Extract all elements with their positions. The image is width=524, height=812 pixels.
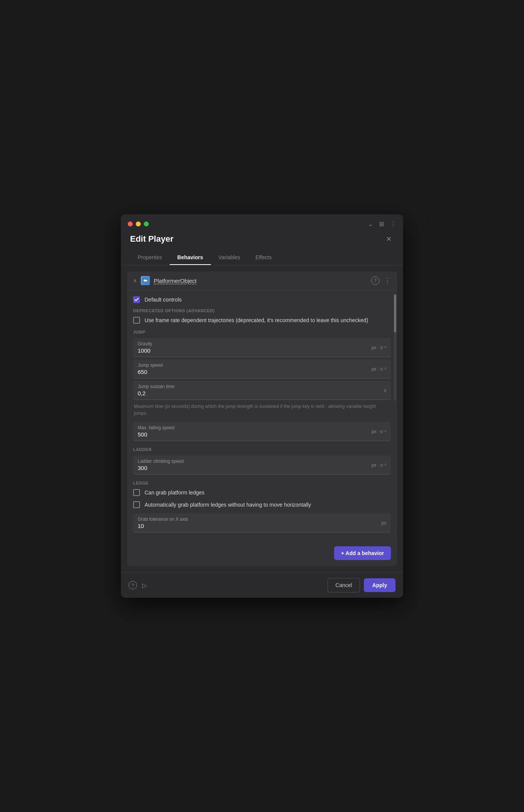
add-behavior-button[interactable]: + Add a behavior — [334, 546, 391, 560]
grab-tolerance-unit: px — [381, 520, 386, 526]
auto-grab-ledges-checkbox[interactable] — [133, 501, 140, 508]
deprecated-checkbox[interactable] — [133, 317, 140, 324]
jump-sustain-label: Jump sustain time — [138, 384, 386, 389]
behavior-header-right: ? ⋮ — [371, 276, 391, 285]
behavior-name[interactable]: PlatformerObject — [154, 278, 197, 284]
ladder-climbing-speed-field[interactable]: Ladder climbing speed 300 px · s⁻¹ — [133, 456, 391, 475]
can-grab-ledges-checkbox[interactable] — [133, 489, 140, 496]
jump-sustain-unit: s — [384, 388, 386, 393]
max-falling-speed-field[interactable]: Max. falling speed 500 px · s⁻¹ — [133, 422, 391, 441]
gravity-value: 1000 — [138, 347, 386, 354]
jump-speed-unit: px · s⁻¹ — [371, 366, 386, 372]
ledge-section-label: LEDGE — [133, 481, 391, 485]
deprecated-section-label: DEPRECATED OPTIONS (ADVANCED) — [133, 308, 391, 313]
titlebar-icons: ⌄ ⊞ ⋮ — [368, 220, 396, 228]
grab-tolerance-label: Grab tolerance on X axis — [138, 517, 386, 522]
behavior-body: Default controls DEPRECATED OPTIONS (ADV… — [127, 290, 397, 541]
behavior-more-icon[interactable]: ⋮ — [384, 276, 391, 285]
max-falling-speed-value: 500 — [138, 431, 386, 438]
jump-section-label: JUMP — [133, 330, 391, 334]
dropdown-icon[interactable]: ⌄ — [368, 220, 373, 228]
titlebar: ⌄ ⊞ ⋮ — [121, 214, 403, 232]
content-area: ∧ PlatformerObject ? ⋮ — [121, 265, 403, 572]
apply-button[interactable]: Apply — [364, 578, 395, 592]
footer-right: Cancel Apply — [328, 578, 395, 592]
grab-tolerance-field[interactable]: Grab tolerance on X axis 10 px — [133, 514, 391, 533]
behavior-card-wrapper: ∧ PlatformerObject ? ⋮ — [127, 271, 397, 566]
deprecated-checkbox-label: Use frame rate dependent trajectories (d… — [145, 317, 368, 323]
behavior-card: ∧ PlatformerObject ? ⋮ — [127, 271, 397, 566]
jump-speed-label: Jump speed — [138, 363, 386, 368]
ladder-climbing-speed-label: Ladder climbing speed — [138, 459, 386, 464]
window-title: Edit Player — [130, 234, 174, 244]
max-falling-speed-label: Max. falling speed — [138, 425, 386, 430]
ladder-climbing-speed-unit: px · s⁻¹ — [371, 462, 386, 468]
can-grab-ledges-label: Can grab platform ledges — [145, 489, 204, 496]
gravity-unit: px · s⁻² — [371, 345, 386, 350]
deprecated-section: DEPRECATED OPTIONS (ADVANCED) Use frame … — [133, 308, 391, 324]
grab-tolerance-value: 10 — [138, 523, 386, 529]
jump-speed-field[interactable]: Jump speed 650 px · s⁻¹ — [133, 359, 391, 379]
auto-grab-ledges-row: Automatically grab platform ledges witho… — [133, 501, 391, 508]
maximize-traffic-light[interactable] — [144, 221, 149, 226]
default-controls-checkbox[interactable] — [133, 296, 140, 303]
jump-speed-value: 650 — [138, 369, 386, 375]
auto-grab-ledges-label: Automatically grab platform ledges witho… — [145, 502, 311, 508]
minimize-traffic-light[interactable] — [136, 221, 141, 226]
gravity-field[interactable]: Gravity 1000 px · s⁻² — [133, 338, 391, 357]
jump-sustain-field[interactable]: Jump sustain time 0,2 s — [133, 381, 391, 400]
tab-behaviors[interactable]: Behaviors — [170, 250, 211, 265]
jump-sustain-value: 0,2 — [138, 390, 386, 396]
jump-sustain-hint: Maximum time (in seconds) during which t… — [133, 403, 391, 417]
collapse-chevron-icon[interactable]: ∧ — [133, 278, 137, 284]
edit-player-window: ⌄ ⊞ ⋮ Edit Player ✕ Properties Behaviors… — [121, 214, 403, 598]
behavior-header-left: ∧ PlatformerObject — [133, 276, 197, 285]
scrollbar-thumb[interactable] — [394, 294, 396, 332]
tab-variables[interactable]: Variables — [211, 250, 248, 265]
default-controls-row: Default controls — [133, 296, 391, 303]
more-options-icon[interactable]: ⋮ — [390, 220, 396, 228]
default-controls-label: Default controls — [145, 297, 182, 303]
close-traffic-light[interactable] — [128, 221, 133, 226]
cancel-button[interactable]: Cancel — [328, 578, 360, 592]
behavior-header: ∧ PlatformerObject ? ⋮ — [127, 271, 397, 290]
traffic-lights — [128, 221, 149, 226]
ladder-section-label: LADDER — [133, 447, 391, 452]
help-icon[interactable]: ? — [371, 276, 379, 285]
scrollbar-track[interactable] — [394, 294, 396, 401]
tab-properties[interactable]: Properties — [130, 250, 170, 265]
help-footer-icon[interactable]: ? — [129, 581, 137, 589]
deprecated-checkbox-row: Use frame rate dependent trajectories (d… — [133, 317, 391, 324]
footer-left: ? ▷ — [129, 581, 147, 589]
close-button[interactable]: ✕ — [383, 234, 394, 244]
ladder-climbing-speed-value: 300 — [138, 465, 386, 471]
behavior-icon — [141, 276, 150, 285]
gravity-label: Gravity — [138, 341, 386, 347]
window-header: Edit Player ✕ — [121, 232, 403, 250]
add-behavior-row: + Add a behavior — [127, 541, 397, 566]
tab-effects[interactable]: Effects — [248, 250, 280, 265]
play-footer-icon[interactable]: ▷ — [142, 582, 147, 589]
footer: ? ▷ Cancel Apply — [121, 572, 403, 598]
max-falling-speed-unit: px · s⁻¹ — [371, 429, 386, 434]
can-grab-ledges-row: Can grab platform ledges — [133, 489, 391, 496]
tabs-bar: Properties Behaviors Variables Effects — [121, 250, 403, 265]
extensions-icon[interactable]: ⊞ — [379, 220, 384, 228]
